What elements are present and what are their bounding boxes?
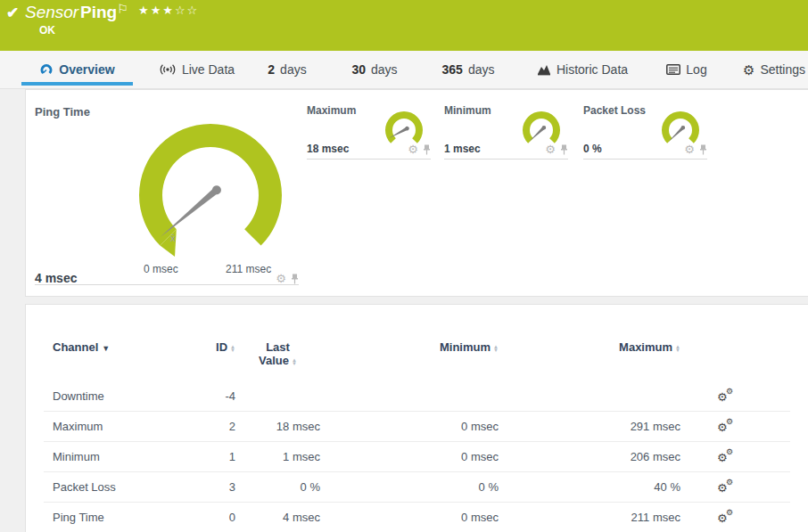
- tab-historic-data[interactable]: Historic Data: [528, 51, 637, 88]
- channels-panel: Channel▼ ID▲▼ Last Value▲▼ Minimum▲▼ Max…: [25, 304, 808, 532]
- channel-name: Minimum: [44, 450, 169, 463]
- table-row[interactable]: Maximum 2 18 msec 0 msec 291 msec ⚙⚙: [44, 412, 790, 442]
- column-header-maximum[interactable]: Maximum▲▼: [499, 340, 680, 354]
- gauge-value: 4 msec: [35, 271, 77, 285]
- channel-last-value: 4 msec: [235, 511, 320, 524]
- gauge-card-ping-time: Ping Time x̄ 0 msec 211 msec 4 msec ⚙: [35, 97, 299, 285]
- table-row[interactable]: Ping Time 0 4 msec 0 msec 211 msec ⚙⚙: [44, 503, 790, 532]
- gauge-icon: [39, 63, 54, 77]
- tab-30-days[interactable]: 30 days: [346, 51, 403, 88]
- channel-id: 2: [169, 420, 235, 433]
- sort-active-icon: ▼: [102, 344, 110, 353]
- tab-settings[interactable]: ⚙ Settings: [740, 51, 808, 88]
- channel-last-value: 1 msec: [235, 450, 320, 463]
- column-header-minimum[interactable]: Minimum▲▼: [320, 340, 499, 354]
- tab-label: days: [371, 62, 398, 77]
- broadcast-icon: [159, 63, 177, 76]
- tab-label: Overview: [59, 62, 114, 77]
- gear-icon[interactable]: ⚙: [276, 273, 286, 284]
- column-header-id[interactable]: ID▲▼: [169, 340, 235, 354]
- gauge-card-minimum: Minimum 1 msec ⚙: [444, 104, 568, 160]
- table-row[interactable]: Packet Loss 3 0 % 0 % 40 % ⚙⚙: [44, 472, 790, 503]
- status-badge: OK: [39, 24, 55, 37]
- channel-settings-icon[interactable]: ⚙⚙: [717, 511, 735, 525]
- column-header-channel[interactable]: Channel▼: [44, 340, 169, 354]
- tab-number: 2: [268, 62, 275, 77]
- tab-number: 30: [351, 62, 366, 77]
- tab-label: Settings: [760, 62, 805, 77]
- channel-settings-icon[interactable]: ⚙⚙: [717, 389, 735, 404]
- tab-label: days: [468, 62, 495, 77]
- channel-settings-icon[interactable]: ⚙⚙: [717, 480, 735, 495]
- priority-stars[interactable]: ★★★☆☆: [138, 4, 199, 17]
- gauge-card-packet-loss: Packet Loss 0 % ⚙: [583, 104, 707, 160]
- gauge-value: 1 msec: [444, 143, 481, 155]
- channel-last-value: 0 %: [235, 480, 320, 494]
- tab-log[interactable]: Log: [662, 51, 712, 88]
- average-marker: x̄: [170, 233, 176, 243]
- table-body: Downtime -4 ⚙⚙ Maximum 2 18 msec 0 msec …: [44, 381, 790, 532]
- channel-last-value: 18 msec: [235, 420, 320, 433]
- channel-name: Packet Loss: [44, 480, 169, 494]
- gauge-title: Ping Time: [35, 105, 90, 119]
- tab-label: Live Data: [182, 62, 235, 77]
- gauge-title: Minimum: [444, 104, 491, 117]
- tab-label: days: [280, 62, 307, 77]
- channel-maximum: 211 msec: [499, 511, 680, 524]
- active-tab-underline: [21, 82, 133, 86]
- log-icon: [666, 64, 680, 75]
- channel-id: 3: [169, 480, 235, 494]
- tab-overview[interactable]: Overview: [21, 51, 133, 88]
- flag-icon[interactable]: ⚐: [117, 2, 128, 16]
- tab-bar: Overview Live Data 2 days 30 days 365 da…: [0, 51, 808, 89]
- gauge-title: Maximum: [307, 104, 356, 117]
- gear-icon[interactable]: ⚙: [545, 143, 556, 155]
- column-header-last-value[interactable]: Last Value▲▼: [235, 340, 320, 367]
- channel-minimum: 0 msec: [320, 511, 499, 524]
- table-row[interactable]: Downtime -4 ⚙⚙: [44, 381, 790, 412]
- channel-minimum: 0 msec: [320, 420, 499, 433]
- channel-name: Maximum: [44, 420, 169, 433]
- channel-id: 1: [169, 450, 235, 463]
- channel-settings-icon[interactable]: ⚙⚙: [717, 450, 735, 464]
- gauge-value: 18 msec: [307, 143, 349, 155]
- tab-label: Log: [686, 62, 706, 77]
- gauge-scale-min: 0 msec: [144, 263, 178, 275]
- tab-live-data[interactable]: Live Data: [150, 51, 243, 88]
- tab-365-days[interactable]: 365 days: [437, 51, 499, 88]
- gear-icon[interactable]: ⚙: [684, 143, 695, 155]
- sort-icon: ▲▼: [675, 345, 680, 352]
- channel-id: -4: [169, 389, 235, 403]
- table-header: Channel▼ ID▲▼ Last Value▲▼ Minimum▲▼ Max…: [44, 340, 790, 367]
- channel-settings-icon[interactable]: ⚙⚙: [717, 420, 735, 434]
- pin-icon[interactable]: [699, 144, 707, 155]
- ping-time-gauge: [130, 115, 291, 275]
- sensor-name: Ping: [80, 3, 117, 22]
- channel-name: Downtime: [44, 389, 169, 403]
- sensor-header: ✔ Sensor Ping ⚐ ★★★☆☆ OK: [0, 0, 808, 51]
- tab-number: 365: [442, 62, 463, 77]
- gauge-title: Packet Loss: [583, 104, 646, 117]
- channel-maximum: 206 msec: [499, 450, 680, 463]
- table-row[interactable]: Minimum 1 1 msec 0 msec 206 msec ⚙⚙: [44, 442, 790, 472]
- tab-2-days[interactable]: 2 days: [261, 51, 313, 88]
- channel-name: Ping Time: [44, 511, 169, 524]
- channel-minimum: 0 msec: [320, 450, 499, 463]
- gauge-scale-max: 211 msec: [226, 263, 271, 275]
- tab-label: Historic Data: [557, 62, 628, 77]
- pin-icon[interactable]: [291, 274, 299, 284]
- gear-icon[interactable]: ⚙: [408, 143, 418, 155]
- pin-icon[interactable]: [423, 144, 431, 155]
- pin-icon[interactable]: [560, 144, 568, 155]
- channel-maximum: 40 %: [499, 480, 680, 494]
- status-ok-icon: ✔: [6, 4, 19, 22]
- channel-id: 0: [169, 511, 235, 524]
- gauges-panel: Ping Time x̄ 0 msec 211 msec 4 msec ⚙ Ma…: [25, 89, 808, 297]
- channel-maximum: 291 msec: [499, 420, 680, 433]
- sensor-type-label: Sensor: [25, 3, 78, 22]
- gear-icon: ⚙: [743, 63, 754, 77]
- chart-icon: [537, 64, 551, 76]
- gauge-value: 0 %: [583, 143, 602, 155]
- gauge-card-maximum: Maximum 18 msec ⚙: [307, 104, 431, 160]
- channel-minimum: 0 %: [320, 480, 499, 494]
